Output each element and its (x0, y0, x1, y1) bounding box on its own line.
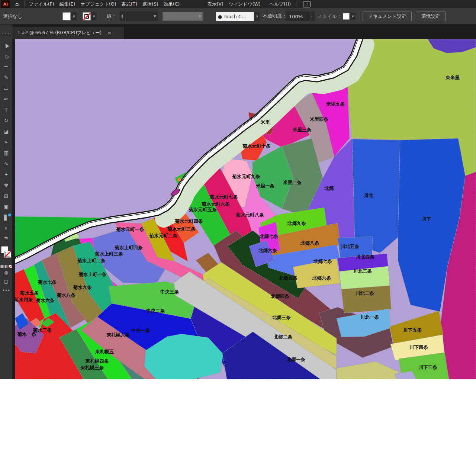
region-kawakita-2[interactable] (341, 286, 391, 313)
style-label: スタイル : (317, 8, 340, 25)
fill-chevron-icon[interactable]: ▼ (71, 12, 77, 20)
screen-mode-icon[interactable]: ▢ (4, 277, 8, 286)
color-mode-icon[interactable] (0, 265, 4, 268)
rotate-tool-icon[interactable]: ↻ (0, 115, 12, 126)
map-label-51: 川北五条 (340, 244, 360, 249)
map-label-33: 中央三条 (160, 289, 179, 295)
map-label-53: 川北三条 (353, 268, 372, 274)
stroke-swatch[interactable] (83, 12, 91, 20)
stroke-weight-stepper[interactable]: ▲▼ (120, 8, 125, 25)
fill-swatch[interactable] (62, 12, 71, 20)
menu-item-1[interactable]: ファイル(F) (29, 1, 54, 7)
stroke-weight-select[interactable]: ▼ (126, 8, 158, 25)
brush-definition-select[interactable]: ▼ (163, 8, 203, 25)
graph-tool-icon[interactable]: ▋ (0, 212, 12, 223)
edit-toolbar-icon[interactable]: ••• (2, 286, 10, 295)
opacity-input[interactable]: 100% › (286, 8, 315, 25)
control-bar: 選択なし ▼ ▼ 線 : ▲▼ ▼ ▼ ● Touch C... ▼ 不透明度 … (0, 8, 476, 25)
draw-mode-icon[interactable]: ◍ (4, 268, 8, 277)
eyedropper-tool-icon[interactable]: ✦ (0, 169, 12, 180)
document-canvas[interactable]: 東米里米里五条米里四条米里三条米里菊水元町十条菊水元町九条米里一条米里二条北郷川… (12, 39, 476, 379)
style-swatch-control[interactable]: ▼ (343, 8, 356, 25)
map-label-28: 菊水八条 (57, 292, 76, 298)
home-icon[interactable]: ⌂ (15, 1, 19, 7)
eraser-tool-icon[interactable]: ◪ (0, 126, 12, 136)
preferences-button[interactable]: 環境設定 (416, 8, 446, 25)
menu-item-4[interactable]: 書式(T) (122, 1, 137, 7)
map-label-2: 米里五条 (326, 101, 345, 107)
map-label-49: 北郷二条 (273, 334, 293, 340)
map-label-20: 菊水元町一条 (116, 226, 145, 232)
map-label-9: 米里二条 (283, 180, 302, 185)
style-swatch[interactable] (343, 13, 350, 20)
map-label-38: 東札幌四条 (85, 358, 109, 364)
tab-close-icon[interactable]: × (107, 30, 112, 36)
map-label-43: 北郷六条 (258, 248, 277, 253)
map-label-41: 北郷七条 (259, 234, 279, 239)
map-label-34: 中央二条 (146, 308, 165, 313)
menu-item-2[interactable]: 編集(E) (60, 1, 75, 7)
selection-status: 選択なし (3, 8, 23, 25)
menu-item-3[interactable]: オブジェクト(O) (80, 1, 116, 7)
map-label-27: 菊水五条 (20, 290, 39, 296)
lasso-select-tool-icon[interactable]: ➢ (0, 136, 12, 147)
type-tool-icon[interactable]: T (0, 104, 12, 115)
map-label-58: 川下三条 (418, 364, 438, 370)
touch-workspace-icon[interactable]: ☝ (303, 1, 311, 7)
region-kawakita-main[interactable] (352, 139, 400, 253)
style-chevron-icon[interactable]: ▼ (350, 13, 356, 20)
map-label-10: 北郷 (324, 186, 334, 191)
map-label-36: 東札幌六条 (106, 332, 130, 338)
map-label-7: 菊水元町九条 (232, 174, 261, 179)
app-logo-icon[interactable]: Ai (1, 0, 10, 8)
menu-bar: Ai ⌂ ファイル(F)編集(E)オブジェクト(O)書式(T)選択(S)効果(C… (0, 0, 476, 8)
menu-item-8[interactable]: ウィンドウ(W) (229, 1, 261, 7)
document-tab[interactable]: 1.ai* @ 66.67 % (RGB/CPUプレビュー) × (12, 27, 124, 39)
menu-item-7[interactable]: 表示(V) (207, 1, 223, 7)
map-label-32: 菊水一条 (17, 331, 36, 337)
document-setup-button[interactable]: ドキュメント設定 (363, 8, 412, 25)
stroke-indicator[interactable] (4, 251, 11, 258)
opacity-expand-icon[interactable]: › (309, 12, 315, 21)
map-label-44: 北郷七条 (313, 258, 332, 264)
map-label-26: 菊水九条 (73, 284, 92, 290)
rectangle-tool-icon[interactable]: ▭ (0, 83, 12, 93)
stroke-color-control[interactable]: ▼ (83, 8, 97, 25)
map-label-39: 東札幌三条 (80, 365, 104, 370)
map-label-56: 川下五条 (403, 327, 422, 333)
touch-preset-select[interactable]: ● Touch C... ▼ (216, 8, 260, 25)
fill-stroke-indicator[interactable] (1, 246, 12, 262)
caption-area: IllustratorファイルやSVGファイルは、 色や地名などのさまざまな要素… (0, 379, 476, 476)
map-label-3: 米里四条 (309, 116, 329, 122)
map-label-8: 米里一条 (255, 183, 275, 189)
map-label-21: 菊水上町四条 (115, 245, 143, 250)
menubar-divider2 (296, 1, 296, 7)
curvature-tool-icon[interactable]: ✎ (0, 72, 12, 83)
artboard-tool-icon[interactable]: ▣ (0, 201, 12, 212)
paint-mode-row (0, 265, 12, 268)
menu-item-6[interactable]: 効果(C) (164, 1, 180, 7)
stroke-chevron-icon[interactable]: ▼ (91, 12, 97, 20)
none-mode-icon[interactable] (9, 265, 12, 268)
pen-tool-icon[interactable]: ✒ (0, 61, 12, 72)
swap-fill-stroke-icon[interactable]: ⇆ (4, 234, 8, 242)
gradient-mode-icon[interactable] (4, 265, 8, 268)
map-label-45: 北郷六条 (312, 275, 331, 281)
gradient-tool-icon[interactable]: ▥ (0, 147, 12, 158)
map-label-11: 川北 (364, 193, 374, 198)
menu-item-9[interactable]: ヘルプ(H) (270, 1, 291, 7)
map-label-40: 北郷九条 (287, 221, 306, 226)
fill-color-control[interactable]: ▼ (62, 8, 77, 25)
tools-panel-grip[interactable] (2, 33, 10, 34)
map-label-16: 菊水元町八条 (236, 212, 264, 218)
zoom-tool-icon[interactable]: ⌕ (0, 223, 12, 234)
paintbrush-tool-icon[interactable]: ✑ (0, 93, 12, 104)
touch-preset-chevron-icon[interactable]: ▼ (254, 12, 260, 21)
map-artwork[interactable]: 東米里米里五条米里四条米里三条米里菊水元町十条菊水元町九条米里一条米里二条北郷川… (15, 39, 476, 379)
width-tool-icon[interactable]: ∿ (0, 158, 12, 169)
puppet-warp-tool-icon[interactable]: ✾ (0, 180, 12, 190)
map-label-18: 菊水元町三条 (167, 226, 196, 232)
menu-item-5[interactable]: 選択(S) (142, 1, 158, 7)
tools-panel: ▲△✒✎▭✑T↻◪➢▥∿✦✾⊞▣▋⌕ ⇆ ◍ ▢ ••• (0, 25, 12, 379)
shape-builder-tool-icon[interactable]: ⊞ (0, 190, 12, 201)
